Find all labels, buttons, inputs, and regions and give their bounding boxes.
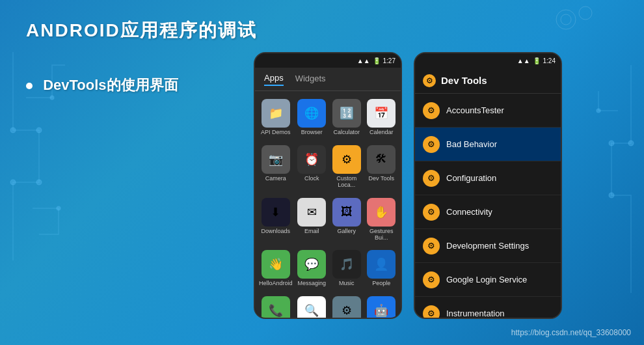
app-icon: 🖼	[332, 198, 361, 227]
app-label: Music	[339, 281, 355, 287]
app-item[interactable]: 🔍Search	[295, 292, 329, 319]
svg-point-12	[579, 7, 592, 20]
svg-point-1	[36, 128, 42, 133]
app-label: Clock	[304, 176, 319, 182]
app-item[interactable]: ✋Gestures Bui...	[365, 194, 398, 245]
tab-apps[interactable]: Apps	[264, 73, 284, 86]
app-item[interactable]: 💬Messaging	[295, 246, 329, 291]
app-item[interactable]: 🔢Calculator	[330, 95, 363, 140]
app-icon: 🔍	[297, 296, 326, 319]
dt-item-label: Development Settings	[446, 241, 529, 251]
app-item[interactable]: ⏰Clock	[295, 141, 329, 193]
svg-point-4	[50, 96, 54, 100]
dt-list-item[interactable]: ⚙Google Login Service	[415, 263, 561, 297]
app-item[interactable]: ⬇Downloads	[258, 194, 294, 245]
app-icon: 👤	[367, 250, 396, 279]
title-area: ANDROID应用程序的调试 DevTools的使用界面	[26, 18, 257, 95]
app-item[interactable]: ⚙Custom Loca...	[330, 141, 363, 193]
app-item[interactable]: 🌐Browser	[295, 95, 329, 140]
app-icon: ✋	[367, 198, 396, 227]
app-label: HelloAndroid	[259, 281, 293, 287]
svg-point-11	[561, 14, 571, 25]
dt-item-label: Bad Behavior	[446, 139, 497, 149]
dt-item-label: Configuration	[446, 173, 496, 183]
app-label: Browser	[301, 130, 323, 136]
dt-list-item[interactable]: ⚙Configuration	[415, 161, 561, 195]
footer-url: https://blog.csdn.net/qq_33608000	[511, 328, 631, 337]
app-item[interactable]: 🛠Dev Tools	[365, 141, 398, 193]
svg-point-8	[609, 193, 614, 198]
app-icon: 📁	[262, 99, 290, 128]
svg-point-7	[609, 141, 614, 146]
app-icon: ⬇	[262, 198, 290, 227]
app-icon: 📷	[262, 145, 290, 174]
dt-gear-icon: ⚙	[423, 305, 440, 320]
dt-gear-icon: ⚙	[423, 170, 440, 187]
app-item[interactable]: ✉Email	[295, 194, 329, 245]
app-label: Downloads	[262, 228, 291, 235]
app-label: People	[372, 281, 390, 287]
app-icon: 📞	[262, 296, 290, 319]
apps-header: Apps Widgets	[255, 68, 401, 91]
app-icon: ⚙	[332, 145, 361, 174]
phone1-status-bar: ▲▲ 🔋 1:27	[255, 53, 401, 68]
app-item[interactable]: 👤People	[365, 246, 398, 291]
app-item[interactable]: 🖼Gallery	[330, 194, 363, 245]
sub-title-text: DevTools的使用界面	[43, 77, 178, 93]
app-label: Gallery	[338, 228, 356, 235]
dt-item-label: Connectivity	[446, 207, 492, 217]
battery-icon: 🔋	[373, 57, 381, 64]
battery-icon2: 🔋	[533, 57, 541, 64]
dt-list-item[interactable]: ⚙Instrumentation	[415, 297, 561, 319]
app-label: Calculator	[333, 130, 360, 136]
app-item[interactable]: ⚙Settings	[330, 292, 363, 319]
dt-list-item[interactable]: ⚙Bad Behavior	[415, 128, 561, 161]
app-item[interactable]: 📷Camera	[258, 141, 294, 193]
svg-point-6	[628, 141, 634, 146]
devtools-gear-icon: ⚙	[423, 74, 436, 87]
dt-gear-icon: ⚙	[423, 136, 440, 153]
app-label: Custom Loca...	[331, 176, 362, 189]
phone2-status-bar: ▲▲ 🔋 1:24	[415, 53, 561, 68]
app-item[interactable]: 📅Calendar	[365, 95, 398, 140]
dt-item-label: AccountsTester	[446, 105, 504, 115]
svg-point-10	[556, 10, 576, 29]
dt-gear-icon: ⚙	[423, 102, 440, 119]
dt-list-item[interactable]: ⚙AccountsTester	[415, 94, 561, 128]
app-icon: 🎵	[332, 250, 361, 279]
app-icon: 🌐	[297, 99, 326, 128]
app-item[interactable]: 🎵Music	[330, 246, 363, 291]
app-item[interactable]: 👋HelloAndroid	[258, 246, 294, 291]
signal-icon: ▲▲	[357, 57, 370, 64]
signal-icon2: ▲▲	[517, 57, 530, 64]
svg-point-3	[10, 180, 16, 185]
svg-point-5	[57, 206, 60, 210]
app-label: Gestures Bui...	[366, 228, 397, 242]
phone2: ▲▲ 🔋 1:24 ⚙ Dev Tools ⚙AccountsTester⚙Ba…	[414, 52, 562, 319]
app-icon: ✉	[297, 198, 326, 227]
app-item[interactable]: 📁API Demos	[258, 95, 294, 140]
app-label: Camera	[265, 176, 286, 182]
dt-list-item[interactable]: ⚙Development Settings	[415, 229, 561, 263]
dt-gear-icon: ⚙	[423, 271, 440, 288]
app-icon: 📅	[367, 99, 396, 128]
svg-point-2	[36, 180, 42, 185]
app-item[interactable]: 🤖Speech Reco...	[365, 292, 398, 319]
svg-point-9	[597, 109, 600, 113]
main-title: ANDROID应用程序的调试	[26, 18, 257, 43]
app-icon: 🔢	[332, 99, 361, 128]
devtools-title: Dev Tools	[441, 75, 487, 86]
dt-item-label: Google Login Service	[446, 275, 527, 284]
tab-widgets[interactable]: Widgets	[295, 74, 326, 85]
bullet-point	[26, 83, 33, 89]
app-icon: 💬	[297, 250, 326, 279]
app-item[interactable]: 📞Phone	[258, 292, 294, 319]
devtools-list: ⚙AccountsTester⚙Bad Behavior⚙Configurati…	[415, 94, 561, 319]
app-icon: ⏰	[297, 145, 326, 174]
apps-grid: 📁API Demos🌐Browser🔢Calculator📅Calendar📷C…	[255, 91, 401, 319]
app-icon: 👋	[262, 250, 290, 279]
dt-item-label: Instrumentation	[446, 309, 505, 318]
dt-list-item[interactable]: ⚙Connectivity	[415, 195, 561, 229]
phone1: ▲▲ 🔋 1:27 Apps Widgets 📁API Demos🌐Browse…	[254, 52, 402, 319]
devtools-header: ⚙ Dev Tools	[415, 68, 561, 94]
